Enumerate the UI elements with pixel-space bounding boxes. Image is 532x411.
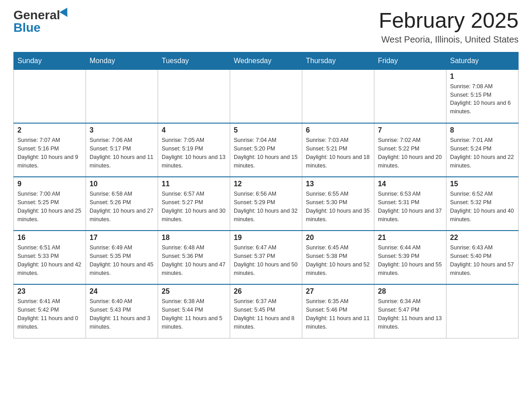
calendar-week-row: 2Sunrise: 7:07 AMSunset: 5:16 PMDaylight… xyxy=(14,123,519,177)
calendar-cell xyxy=(86,69,158,123)
calendar-header-row: SundayMondayTuesdayWednesdayThursdayFrid… xyxy=(14,52,519,69)
day-info: Sunrise: 6:57 AMSunset: 5:27 PMDaylight:… xyxy=(162,190,226,223)
day-info: Sunrise: 6:44 AMSunset: 5:39 PMDaylight:… xyxy=(378,244,442,277)
calendar-cell: 7Sunrise: 7:02 AMSunset: 5:22 PMDaylight… xyxy=(374,123,446,177)
calendar-cell: 22Sunrise: 6:43 AMSunset: 5:40 PMDayligh… xyxy=(446,231,519,284)
logo-triangle-icon xyxy=(60,8,71,19)
day-number: 27 xyxy=(306,287,370,295)
calendar-cell: 24Sunrise: 6:40 AMSunset: 5:43 PMDayligh… xyxy=(86,284,158,338)
calendar-header-wednesday: Wednesday xyxy=(230,52,302,69)
day-number: 15 xyxy=(450,180,515,188)
day-info: Sunrise: 7:06 AMSunset: 5:17 PMDaylight:… xyxy=(90,136,154,170)
title-block: February 2025 West Peoria, Illinois, Uni… xyxy=(379,9,519,45)
calendar-cell: 10Sunrise: 6:58 AMSunset: 5:26 PMDayligh… xyxy=(86,177,158,231)
day-number: 14 xyxy=(378,180,442,188)
calendar-cell xyxy=(446,284,519,338)
calendar-cell xyxy=(302,69,374,123)
day-info: Sunrise: 7:07 AMSunset: 5:16 PMDaylight:… xyxy=(17,136,82,170)
day-info: Sunrise: 6:52 AMSunset: 5:32 PMDaylight:… xyxy=(450,190,515,223)
day-info: Sunrise: 7:00 AMSunset: 5:25 PMDaylight:… xyxy=(17,190,82,223)
calendar-cell: 3Sunrise: 7:06 AMSunset: 5:17 PMDaylight… xyxy=(86,123,158,177)
calendar-cell: 15Sunrise: 6:52 AMSunset: 5:32 PMDayligh… xyxy=(446,177,519,231)
day-info: Sunrise: 6:35 AMSunset: 5:46 PMDaylight:… xyxy=(306,297,370,331)
day-info: Sunrise: 6:41 AMSunset: 5:42 PMDaylight:… xyxy=(17,297,82,331)
day-info: Sunrise: 6:53 AMSunset: 5:31 PMDaylight:… xyxy=(378,190,442,223)
calendar-cell: 16Sunrise: 6:51 AMSunset: 5:33 PMDayligh… xyxy=(14,231,86,284)
calendar-cell: 6Sunrise: 7:03 AMSunset: 5:21 PMDaylight… xyxy=(302,123,374,177)
calendar-header-monday: Monday xyxy=(86,52,158,69)
subtitle: West Peoria, Illinois, United States xyxy=(379,34,519,45)
day-number: 24 xyxy=(90,287,154,295)
day-info: Sunrise: 6:58 AMSunset: 5:26 PMDaylight:… xyxy=(90,190,154,223)
calendar-cell: 11Sunrise: 6:57 AMSunset: 5:27 PMDayligh… xyxy=(158,177,230,231)
day-info: Sunrise: 6:55 AMSunset: 5:30 PMDaylight:… xyxy=(306,190,370,223)
calendar-cell: 19Sunrise: 6:47 AMSunset: 5:37 PMDayligh… xyxy=(230,231,302,284)
calendar-cell: 12Sunrise: 6:56 AMSunset: 5:29 PMDayligh… xyxy=(230,177,302,231)
calendar-week-row: 9Sunrise: 7:00 AMSunset: 5:25 PMDaylight… xyxy=(14,177,519,231)
day-number: 19 xyxy=(234,234,298,242)
day-number: 3 xyxy=(90,126,154,134)
day-info: Sunrise: 7:05 AMSunset: 5:19 PMDaylight:… xyxy=(162,136,226,170)
day-info: Sunrise: 7:01 AMSunset: 5:24 PMDaylight:… xyxy=(450,136,515,170)
day-number: 20 xyxy=(306,234,370,242)
calendar-cell: 2Sunrise: 7:07 AMSunset: 5:16 PMDaylight… xyxy=(14,123,86,177)
calendar-cell: 1Sunrise: 7:08 AMSunset: 5:15 PMDaylight… xyxy=(446,69,519,123)
day-number: 5 xyxy=(234,126,298,134)
calendar-cell xyxy=(158,69,230,123)
calendar-cell: 26Sunrise: 6:37 AMSunset: 5:45 PMDayligh… xyxy=(230,284,302,338)
calendar-week-row: 1Sunrise: 7:08 AMSunset: 5:15 PMDaylight… xyxy=(14,69,519,123)
day-info: Sunrise: 6:34 AMSunset: 5:47 PMDaylight:… xyxy=(378,297,442,331)
day-info: Sunrise: 6:56 AMSunset: 5:29 PMDaylight:… xyxy=(234,190,298,223)
page-title: February 2025 xyxy=(379,9,519,33)
day-number: 26 xyxy=(234,287,298,295)
calendar-cell: 23Sunrise: 6:41 AMSunset: 5:42 PMDayligh… xyxy=(14,284,86,338)
calendar-cell: 13Sunrise: 6:55 AMSunset: 5:30 PMDayligh… xyxy=(302,177,374,231)
calendar-week-row: 23Sunrise: 6:41 AMSunset: 5:42 PMDayligh… xyxy=(14,284,519,338)
calendar-cell: 21Sunrise: 6:44 AMSunset: 5:39 PMDayligh… xyxy=(374,231,446,284)
day-number: 22 xyxy=(450,234,515,242)
day-number: 18 xyxy=(162,234,226,242)
day-number: 28 xyxy=(378,287,442,295)
day-info: Sunrise: 7:08 AMSunset: 5:15 PMDaylight:… xyxy=(450,82,515,116)
day-number: 21 xyxy=(378,234,442,242)
day-info: Sunrise: 7:03 AMSunset: 5:21 PMDaylight:… xyxy=(306,136,370,170)
day-info: Sunrise: 6:37 AMSunset: 5:45 PMDaylight:… xyxy=(234,297,298,331)
calendar-cell: 4Sunrise: 7:05 AMSunset: 5:19 PMDaylight… xyxy=(158,123,230,177)
calendar-cell: 27Sunrise: 6:35 AMSunset: 5:46 PMDayligh… xyxy=(302,284,374,338)
calendar-header-friday: Friday xyxy=(374,52,446,69)
day-number: 2 xyxy=(17,126,82,134)
logo: General Blue xyxy=(13,9,70,34)
calendar-cell: 14Sunrise: 6:53 AMSunset: 5:31 PMDayligh… xyxy=(374,177,446,231)
calendar-cell xyxy=(230,69,302,123)
day-info: Sunrise: 6:48 AMSunset: 5:36 PMDaylight:… xyxy=(162,244,226,277)
calendar-cell: 8Sunrise: 7:01 AMSunset: 5:24 PMDaylight… xyxy=(446,123,519,177)
day-info: Sunrise: 7:04 AMSunset: 5:20 PMDaylight:… xyxy=(234,136,298,170)
calendar-header-thursday: Thursday xyxy=(302,52,374,69)
calendar-header-saturday: Saturday xyxy=(446,52,519,69)
logo-general-text: General xyxy=(13,9,60,21)
day-info: Sunrise: 6:43 AMSunset: 5:40 PMDaylight:… xyxy=(450,244,515,277)
day-number: 1 xyxy=(450,73,515,81)
day-info: Sunrise: 6:38 AMSunset: 5:44 PMDaylight:… xyxy=(162,297,226,331)
day-info: Sunrise: 6:40 AMSunset: 5:43 PMDaylight:… xyxy=(90,297,154,331)
day-info: Sunrise: 6:51 AMSunset: 5:33 PMDaylight:… xyxy=(17,244,82,277)
calendar-cell: 25Sunrise: 6:38 AMSunset: 5:44 PMDayligh… xyxy=(158,284,230,338)
calendar-cell xyxy=(14,69,86,123)
calendar-cell: 17Sunrise: 6:49 AMSunset: 5:35 PMDayligh… xyxy=(86,231,158,284)
calendar-cell: 5Sunrise: 7:04 AMSunset: 5:20 PMDaylight… xyxy=(230,123,302,177)
day-number: 25 xyxy=(162,287,226,295)
day-info: Sunrise: 6:47 AMSunset: 5:37 PMDaylight:… xyxy=(234,244,298,277)
logo-blue-text: Blue xyxy=(13,21,41,34)
calendar-week-row: 16Sunrise: 6:51 AMSunset: 5:33 PMDayligh… xyxy=(14,231,519,284)
day-number: 17 xyxy=(90,234,154,242)
day-info: Sunrise: 6:45 AMSunset: 5:38 PMDaylight:… xyxy=(306,244,370,277)
calendar-cell: 9Sunrise: 7:00 AMSunset: 5:25 PMDaylight… xyxy=(14,177,86,231)
calendar-cell: 18Sunrise: 6:48 AMSunset: 5:36 PMDayligh… xyxy=(158,231,230,284)
day-number: 9 xyxy=(17,180,82,188)
day-number: 13 xyxy=(306,180,370,188)
calendar-header-tuesday: Tuesday xyxy=(158,52,230,69)
day-number: 7 xyxy=(378,126,442,134)
calendar-cell: 20Sunrise: 6:45 AMSunset: 5:38 PMDayligh… xyxy=(302,231,374,284)
calendar-cell: 28Sunrise: 6:34 AMSunset: 5:47 PMDayligh… xyxy=(374,284,446,338)
day-number: 12 xyxy=(234,180,298,188)
